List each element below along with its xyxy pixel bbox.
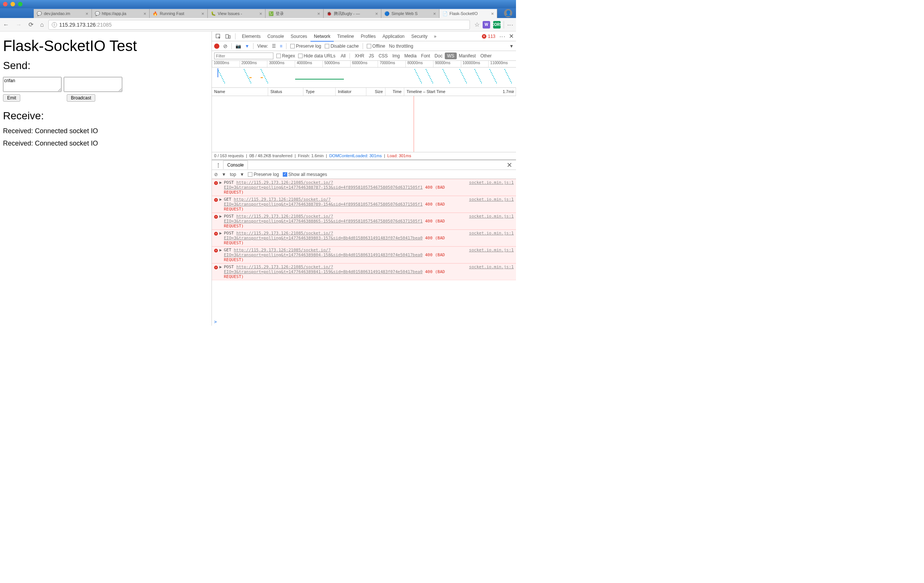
filter-type-xhr[interactable]: XHR — [353, 53, 366, 59]
record-button[interactable] — [214, 43, 219, 49]
log-source-link[interactable]: socket.io.min.js:1 — [469, 197, 514, 211]
hide-data-urls-checkbox[interactable]: Hide data URLs — [298, 53, 336, 58]
tab-close-icon[interactable]: × — [433, 11, 436, 17]
filter-toggle-icon[interactable]: ▼ — [245, 43, 249, 49]
console-error-entry[interactable]: ✕▶GET http://115.29.173.126:21085/socket… — [212, 246, 516, 263]
devtools-tab-elements[interactable]: Elements — [239, 32, 264, 41]
browser-tab[interactable]: 🐞腾讯Bugly - —× — [323, 9, 382, 18]
show-all-messages-checkbox[interactable]: Show all messages — [283, 172, 327, 177]
filter-type-img[interactable]: Img — [390, 53, 402, 59]
browser-tab[interactable]: 🔵Simple Web S× — [381, 9, 439, 18]
col-type[interactable]: Type — [304, 88, 336, 96]
view-list-icon[interactable]: ☰ — [272, 43, 276, 49]
filter-type-media[interactable]: Media — [402, 53, 419, 59]
filter-type-css[interactable]: CSS — [376, 53, 390, 59]
profile-avatar[interactable]: 👤 — [504, 9, 512, 17]
view-waterfall-icon[interactable]: ≡ — [280, 43, 282, 49]
col-initiator[interactable]: Initiator — [336, 88, 366, 96]
console-context-select[interactable]: top — [230, 172, 236, 177]
expand-arrow-icon[interactable]: ▶ — [219, 180, 224, 195]
timeline-overview[interactable] — [212, 68, 516, 88]
devtools-menu-button[interactable]: ⋮ — [499, 34, 505, 39]
drawer-close-button[interactable]: ✕ — [504, 161, 515, 169]
close-window-button[interactable] — [3, 2, 8, 7]
browser-tab[interactable]: 💹登录× — [266, 9, 323, 18]
tab-close-icon[interactable]: × — [317, 11, 320, 17]
error-count-badge[interactable]: ✕113 — [482, 34, 495, 39]
devtools-tab-security[interactable]: Security — [408, 32, 431, 41]
broadcast-button[interactable]: Broadcast — [67, 94, 95, 102]
device-toggle-icon[interactable] — [224, 34, 232, 39]
devtools-tab-network[interactable]: Network — [310, 32, 334, 41]
col-name[interactable]: Name — [212, 88, 268, 96]
filter-type-other[interactable]: Other — [478, 53, 494, 59]
filter-type-font[interactable]: Font — [419, 53, 432, 59]
browser-tab[interactable]: 💬dev.jiandao.im× — [34, 9, 92, 18]
col-size[interactable]: Size — [366, 88, 386, 96]
expand-arrow-icon[interactable]: ▶ — [219, 264, 224, 279]
tab-close-icon[interactable]: × — [491, 11, 494, 17]
console-prompt[interactable]: > — [212, 318, 516, 325]
console-error-entry[interactable]: ✕▶POST http://115.29.173.126:21085/socke… — [212, 230, 516, 246]
devtools-tab-application[interactable]: Application — [379, 32, 408, 41]
bookmark-icon[interactable]: ☆ — [474, 21, 480, 28]
browser-tab[interactable]: 🔥Running Fast× — [150, 9, 208, 18]
browser-tab[interactable]: 📄Flask-SocketIO× — [439, 9, 498, 18]
tab-close-icon[interactable]: × — [259, 11, 262, 17]
broadcast-input[interactable] — [64, 77, 122, 92]
col-timeline[interactable]: Timeline – Start Time1.7mir — [404, 88, 516, 96]
console-error-entry[interactable]: ✕▶POST http://115.29.173.126:21085/socke… — [212, 179, 516, 196]
log-source-link[interactable]: socket.io.min.js:1 — [469, 180, 514, 195]
throttling-dropdown-icon[interactable]: ▼ — [509, 43, 514, 49]
throttling-select[interactable]: No throttling — [389, 43, 413, 49]
expand-arrow-icon[interactable]: ▶ — [219, 214, 224, 228]
devtools-tab-profiles[interactable]: Profiles — [357, 32, 379, 41]
minimize-window-button[interactable] — [10, 2, 15, 7]
disable-cache-checkbox[interactable]: Disable cache — [325, 43, 358, 49]
filter-type-doc[interactable]: Doc — [432, 53, 445, 59]
log-source-link[interactable]: socket.io.min.js:1 — [469, 248, 514, 262]
tab-close-icon[interactable]: × — [86, 11, 89, 17]
console-error-entry[interactable]: ✕▶POST http://115.29.173.126:21085/socke… — [212, 213, 516, 230]
console-preserve-log-checkbox[interactable]: Preserve log — [248, 172, 279, 177]
extension-icon-1[interactable]: W — [483, 21, 490, 28]
context-dropdown-icon[interactable]: ▼ — [240, 172, 244, 177]
element-picker-icon[interactable] — [214, 34, 223, 39]
console-error-entry[interactable]: ✕▶POST http://115.29.173.126:21085/socke… — [212, 263, 516, 280]
col-time[interactable]: Time — [386, 88, 404, 96]
preserve-log-checkbox[interactable]: Preserve log — [290, 43, 321, 49]
tab-close-icon[interactable]: × — [201, 11, 205, 17]
log-source-link[interactable]: socket.io.min.js:1 — [469, 214, 514, 228]
filter-type-all[interactable]: All — [338, 53, 348, 59]
tab-close-icon[interactable]: × — [375, 11, 378, 17]
home-button[interactable]: ⌂ — [40, 21, 44, 28]
reload-button[interactable]: ⟳ — [28, 21, 33, 28]
browser-menu-button[interactable]: ⋮ — [507, 22, 513, 27]
devtools-tab-sources[interactable]: Sources — [287, 32, 310, 41]
filter-type-ws[interactable]: WS — [445, 53, 456, 59]
filter-input[interactable] — [214, 53, 273, 59]
clear-button[interactable]: ⊘ — [223, 43, 228, 49]
filter-type-js[interactable]: JS — [366, 53, 376, 59]
emit-button[interactable]: Emit — [3, 94, 20, 102]
drawer-menu-button[interactable]: ⋮ — [213, 162, 223, 168]
site-info-icon[interactable]: i — [52, 22, 57, 27]
log-source-link[interactable]: socket.io.min.js:1 — [469, 264, 514, 279]
regex-checkbox[interactable]: Regex — [276, 53, 295, 58]
extension-cors-icon[interactable]: CORS — [493, 21, 501, 28]
console-tab[interactable]: Console — [223, 160, 248, 169]
capture-screenshots-icon[interactable]: 📷 — [236, 43, 241, 49]
devtools-tab-console[interactable]: Console — [264, 32, 287, 41]
forward-button[interactable]: → — [16, 21, 22, 28]
browser-tab[interactable]: 💬https://app.jia× — [92, 9, 150, 18]
emit-input[interactable]: crifan — [3, 77, 61, 92]
devtools-tab-timeline[interactable]: Timeline — [334, 32, 357, 41]
log-source-link[interactable]: socket.io.min.js:1 — [469, 231, 514, 245]
console-error-entry[interactable]: ✕▶GET http://115.29.173.126:21085/socket… — [212, 196, 516, 213]
tab-close-icon[interactable]: × — [143, 11, 146, 17]
col-status[interactable]: Status — [268, 88, 304, 96]
console-clear-button[interactable]: ⊘ — [214, 172, 218, 177]
filter-type-manifest[interactable]: Manifest — [457, 53, 478, 59]
expand-arrow-icon[interactable]: ▶ — [219, 248, 224, 262]
back-button[interactable]: ← — [3, 21, 9, 28]
